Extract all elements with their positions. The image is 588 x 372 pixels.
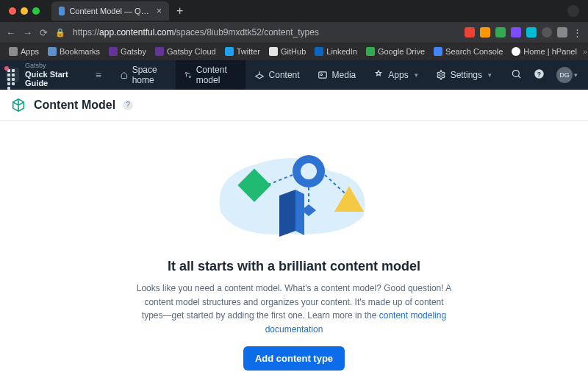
empty-state-body: Looks like you need a content model. Wha… <box>136 282 452 336</box>
app-top-nav: Gatsby Quick Start Guide ≡ Space home Co… <box>0 60 588 90</box>
reload-button[interactable]: ⟳ <box>40 27 48 38</box>
profile-avatar-icon[interactable] <box>567 5 579 17</box>
tab-title: Content Model — Quick Start G <box>69 7 149 15</box>
nav-space-home[interactable]: Space home <box>112 60 176 90</box>
bookmark-item[interactable]: Gatsby Cloud <box>152 47 219 56</box>
media-icon <box>318 70 328 80</box>
apps-icon <box>373 70 384 80</box>
extension-icon[interactable] <box>495 27 506 37</box>
browser-tab[interactable]: Content Model — Quick Start G × <box>51 1 169 21</box>
user-avatar: DG <box>556 67 573 83</box>
bookmarks-bar: Apps Bookmarks Gatsby Gatsby Cloud Twitt… <box>0 43 588 60</box>
add-content-type-button[interactable]: Add content type <box>243 346 345 371</box>
nav-content-model[interactable]: Content model <box>176 60 245 90</box>
extension-icon[interactable] <box>480 27 490 37</box>
browser-menu-icon[interactable]: ⋮ <box>573 27 582 38</box>
space-selector[interactable]: Gatsby Quick Start Guide <box>25 62 85 87</box>
empty-state: It all starts with a brilliant content m… <box>0 121 588 371</box>
nav-settings[interactable]: Settings▾ <box>427 60 501 90</box>
bookmark-item[interactable]: GitHub <box>266 47 309 56</box>
page-help-icon[interactable]: ? <box>123 100 133 110</box>
nav-apps[interactable]: Apps▾ <box>365 60 426 90</box>
browser-tab-bar: Content Model — Quick Start G × + <box>0 0 588 22</box>
extension-icons: ⋮ <box>465 27 582 38</box>
minimize-window-icon[interactable] <box>21 7 28 15</box>
window-controls <box>4 7 46 15</box>
bookmark-item[interactable]: Home | hPanel <box>509 47 580 56</box>
empty-state-heading: It all starts with a brilliant content m… <box>168 259 420 274</box>
svg-point-5 <box>513 71 520 77</box>
extension-icon[interactable] <box>511 27 521 37</box>
nav-content[interactable]: Content <box>245 60 309 90</box>
svg-point-9 <box>301 163 317 179</box>
content-icon <box>254 70 265 80</box>
help-icon[interactable]: ? <box>534 68 545 82</box>
url-bar: ← → ⟳ 🔒 https://app.contentful.com/space… <box>0 22 588 43</box>
svg-point-0 <box>185 72 187 74</box>
home-icon <box>121 70 128 80</box>
bookmark-item[interactable]: Google Drive <box>363 47 428 56</box>
content-model-page-icon <box>10 97 26 113</box>
page-title: Content Model <box>34 99 115 112</box>
svg-point-1 <box>189 76 190 77</box>
bookmark-item[interactable]: Gatsby <box>106 47 149 56</box>
extension-icon[interactable] <box>542 27 552 37</box>
gear-icon <box>436 70 446 80</box>
svg-point-3 <box>320 74 322 75</box>
back-button[interactable]: ← <box>6 27 15 38</box>
favicon-icon <box>59 7 65 15</box>
extension-icon[interactable] <box>526 27 537 37</box>
svg-rect-2 <box>318 72 326 78</box>
close-tab-icon[interactable]: × <box>157 6 162 16</box>
search-icon[interactable] <box>511 68 522 82</box>
bookmark-item[interactable]: LinkedIn <box>312 47 360 56</box>
new-tab-button[interactable]: + <box>169 4 190 18</box>
extensions-menu-icon[interactable] <box>557 27 567 37</box>
bookmark-item[interactable]: Twitter <box>222 47 263 56</box>
empty-state-illustration <box>198 138 390 248</box>
maximize-window-icon[interactable] <box>32 7 40 15</box>
bookmark-item[interactable]: Apps <box>6 47 42 56</box>
user-menu[interactable]: DG ▾ <box>556 67 578 83</box>
bookmark-item[interactable]: Bookmarks <box>45 47 103 56</box>
svg-point-4 <box>440 74 442 76</box>
close-window-icon[interactable] <box>9 7 16 15</box>
lock-icon: 🔒 <box>55 28 65 37</box>
nav-media[interactable]: Media <box>309 60 365 90</box>
url-text[interactable]: https://app.contentful.com/spaces/8iub9m… <box>73 27 457 37</box>
bookmark-item[interactable]: Search Console <box>431 47 506 56</box>
hamburger-icon[interactable]: ≡ <box>91 69 106 81</box>
app-switcher-icon[interactable] <box>6 68 19 82</box>
extension-icon[interactable] <box>465 27 475 37</box>
page-header: Content Model ? <box>0 90 588 121</box>
svg-text:?: ? <box>537 71 541 78</box>
forward-button[interactable]: → <box>23 27 32 38</box>
content-model-icon <box>184 70 192 80</box>
